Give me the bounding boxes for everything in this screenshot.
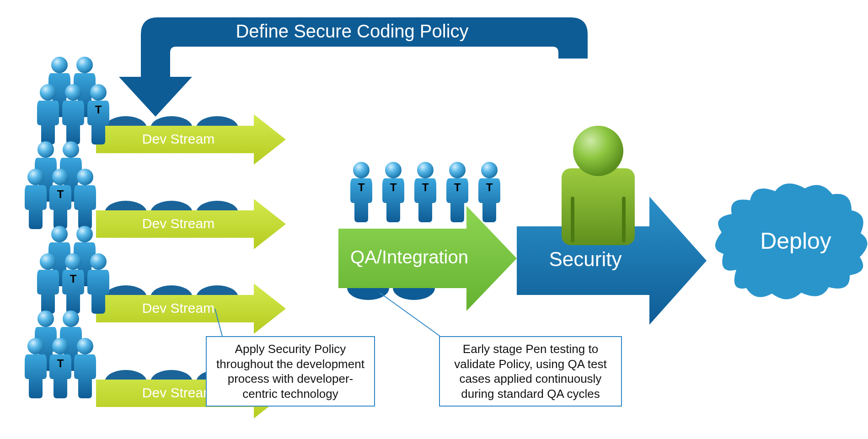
dev-people-cluster-4 [25, 311, 96, 398]
diagram-svg: T Define Secure Coding Policy [0, 0, 868, 439]
qa-people-row [350, 162, 500, 222]
feedback-loop-label: Define Secure Coding Policy [236, 21, 468, 41]
svg-rect-4 [571, 197, 574, 242]
callout-qa-pentest: Early stage Pen testing to validate Poli… [439, 336, 622, 407]
feedback-loop: Define Secure Coding Policy [119, 17, 588, 117]
callout-dev-policy: Apply Security Policy throughout the dev… [206, 336, 375, 407]
dev-people-cluster-3 [37, 226, 109, 314]
dev-people-cluster-1 [37, 57, 109, 145]
svg-rect-5 [622, 197, 626, 242]
svg-point-6 [573, 126, 623, 176]
deploy-cloud [715, 183, 868, 299]
security-person-icon [559, 126, 635, 245]
diagram-root: T Define Secure Coding Policy [0, 0, 868, 439]
dev-people-cluster-2 [25, 141, 96, 229]
